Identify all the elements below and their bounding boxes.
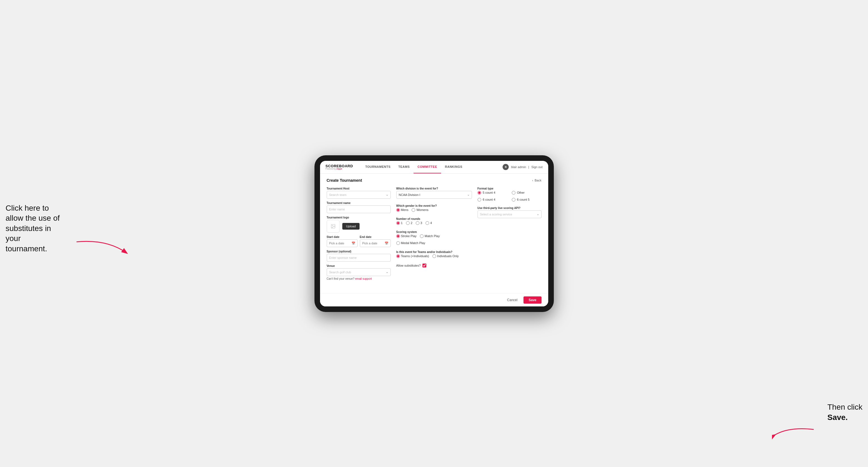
- gender-radio-group: Mens Womens: [396, 208, 472, 212]
- gender-group: Which gender is the event for? Mens Wome…: [396, 204, 472, 212]
- logo-area: SCOREBOARD Powered by clippd: [326, 164, 353, 170]
- tournament-name-label: Tournament name: [327, 201, 391, 205]
- middle-column: Which division is the event for? NCAA Di…: [396, 187, 472, 280]
- logo-powered: Powered by clippd: [326, 168, 353, 170]
- nav-rankings[interactable]: RANKINGS: [441, 161, 466, 174]
- logo-scoreboard: SCOREBOARD: [326, 164, 353, 168]
- cancel-button[interactable]: Cancel: [504, 297, 521, 304]
- end-date-label: End date: [360, 236, 391, 239]
- left-column: Tournament Host Tournament name Tourname…: [327, 187, 391, 280]
- scoring-stroke-play[interactable]: Stroke Play: [396, 234, 416, 238]
- scoring-system-group: Scoring system Stroke Play Match Play: [396, 230, 472, 245]
- arrow-right-icon: [772, 424, 816, 441]
- division-select[interactable]: NCAA Division I: [396, 191, 472, 199]
- format-5count4[interactable]: 5 count 4: [477, 191, 507, 194]
- right-column: Format type 5 count 4 Other: [477, 187, 541, 280]
- navbar: SCOREBOARD Powered by clippd TOURNAMENTS…: [320, 161, 548, 174]
- rounds-label: Number of rounds: [396, 217, 472, 220]
- nav-separator: |: [528, 165, 529, 169]
- tablet-screen: SCOREBOARD Powered by clippd TOURNAMENTS…: [320, 161, 548, 306]
- save-button[interactable]: Save: [524, 297, 541, 304]
- tablet-frame: SCOREBOARD Powered by clippd TOURNAMENTS…: [314, 155, 554, 312]
- tournament-host-input[interactable]: [327, 191, 391, 199]
- email-support-link[interactable]: email support: [355, 277, 372, 280]
- teams-plus-individuals[interactable]: Teams (+Individuals): [396, 254, 429, 258]
- start-date-field: Start date 📅: [327, 236, 358, 247]
- sponsor-group: Sponsor (optional): [327, 250, 391, 261]
- page-footer: Cancel Save: [320, 293, 548, 306]
- format-type-label: Format type: [477, 187, 541, 190]
- form-grid: Tournament Host Tournament name Tourname…: [327, 187, 541, 280]
- format-type-group: Format type 5 count 4 Other: [477, 187, 541, 204]
- back-arrow-icon: ‹: [532, 179, 533, 182]
- nav-right: B blair admin | Sign out: [503, 164, 542, 170]
- nav-tournaments[interactable]: TOURNAMENTS: [361, 161, 394, 174]
- page-title: Create Tournament: [327, 178, 362, 183]
- teams-radio-group: Teams (+Individuals) Individuals Only: [396, 254, 472, 258]
- scoring-medal-match-play[interactable]: Medal Match Play: [396, 241, 425, 245]
- sponsor-label: Sponsor (optional): [327, 250, 391, 253]
- venue-helper-text: Can't find your venue? email support: [327, 277, 391, 280]
- avatar: B: [503, 164, 509, 170]
- scoring-radio-group: Stroke Play Match Play Medal Match Play: [396, 234, 472, 245]
- allow-substitutes-checkbox[interactable]: [423, 263, 426, 268]
- venue-group: Venue Can't find your venue? email suppo…: [327, 264, 391, 280]
- tournament-logo-group: Tournament logo Upload: [327, 216, 391, 233]
- annotation-right: Then click Save.: [827, 402, 862, 423]
- sign-out-link[interactable]: Sign out: [531, 165, 542, 169]
- format-6count4[interactable]: 6 count 4: [477, 198, 507, 201]
- tournament-logo-label: Tournament logo: [327, 216, 391, 219]
- end-date-wrapper: 📅: [360, 239, 391, 247]
- rounds-group: Number of rounds 1 2: [396, 217, 472, 225]
- logo-upload-area: Upload: [327, 220, 391, 233]
- allow-substitutes-label: Allow substitutes?: [396, 264, 421, 267]
- teams-individuals-label: Is this event for Teams and/or Individua…: [396, 250, 472, 253]
- page-header: Create Tournament ‹ Back: [327, 178, 541, 183]
- date-row: Start date 📅 End date 📅: [327, 236, 391, 247]
- division-select-wrapper: NCAA Division I: [396, 191, 472, 199]
- date-group: Start date 📅 End date 📅: [327, 236, 391, 247]
- tournament-host-group: Tournament Host: [327, 187, 391, 199]
- division-group: Which division is the event for? NCAA Di…: [396, 187, 472, 199]
- format-other[interactable]: Other: [512, 191, 541, 194]
- scoring-service-select[interactable]: Select a scoring service: [477, 210, 541, 218]
- gender-mens[interactable]: Mens: [396, 208, 408, 212]
- division-label: Which division is the event for?: [396, 187, 472, 190]
- venue-select-wrapper: [327, 268, 391, 276]
- venue-label: Venue: [327, 264, 391, 268]
- svg-point-3: [332, 225, 333, 226]
- rounds-radio-group: 1 2 3 4: [396, 221, 472, 225]
- page-content: Create Tournament ‹ Back Tournament Host: [320, 174, 548, 293]
- arrow-left-icon: [74, 236, 129, 258]
- tournament-name-input[interactable]: [327, 206, 391, 213]
- individuals-only[interactable]: Individuals Only: [432, 254, 459, 258]
- teams-individuals-group: Is this event for Teams and/or Individua…: [396, 250, 472, 258]
- tournament-host-select-wrapper: [327, 191, 391, 199]
- rounds-2[interactable]: 2: [406, 221, 412, 225]
- scoring-system-label: Scoring system: [396, 230, 472, 234]
- gender-womens[interactable]: Womens: [412, 208, 428, 212]
- allow-substitutes-group: Allow substitutes?: [396, 263, 472, 268]
- tournament-name-group: Tournament name: [327, 201, 391, 213]
- rounds-1[interactable]: 1: [396, 221, 403, 225]
- scoring-match-play[interactable]: Match Play: [420, 234, 440, 238]
- logo-placeholder-icon: [327, 220, 340, 233]
- back-link[interactable]: ‹ Back: [532, 179, 541, 182]
- start-date-wrapper: 📅: [327, 239, 358, 247]
- nav-committee[interactable]: COMMITTEE: [413, 161, 441, 174]
- rounds-4[interactable]: 4: [426, 221, 432, 225]
- calendar-end-icon: 📅: [384, 241, 389, 245]
- calendar-icon: 📅: [351, 241, 355, 245]
- venue-input[interactable]: [327, 268, 391, 276]
- nav-teams[interactable]: TEAMS: [394, 161, 413, 174]
- upload-button[interactable]: Upload: [342, 223, 360, 229]
- user-name: blair admin: [511, 165, 526, 169]
- sponsor-input[interactable]: [327, 254, 391, 261]
- scoring-service-wrapper: Select a scoring service: [477, 210, 541, 218]
- scoring-api-group: Use third-party live scoring API? Select…: [477, 207, 541, 218]
- allow-substitutes-checkbox-group: Allow substitutes?: [396, 263, 472, 268]
- start-date-label: Start date: [327, 236, 358, 239]
- format-6count5[interactable]: 6 count 5: [512, 198, 541, 201]
- annotation-left: Click here to allow the use of substitut…: [6, 203, 67, 254]
- rounds-3[interactable]: 3: [416, 221, 422, 225]
